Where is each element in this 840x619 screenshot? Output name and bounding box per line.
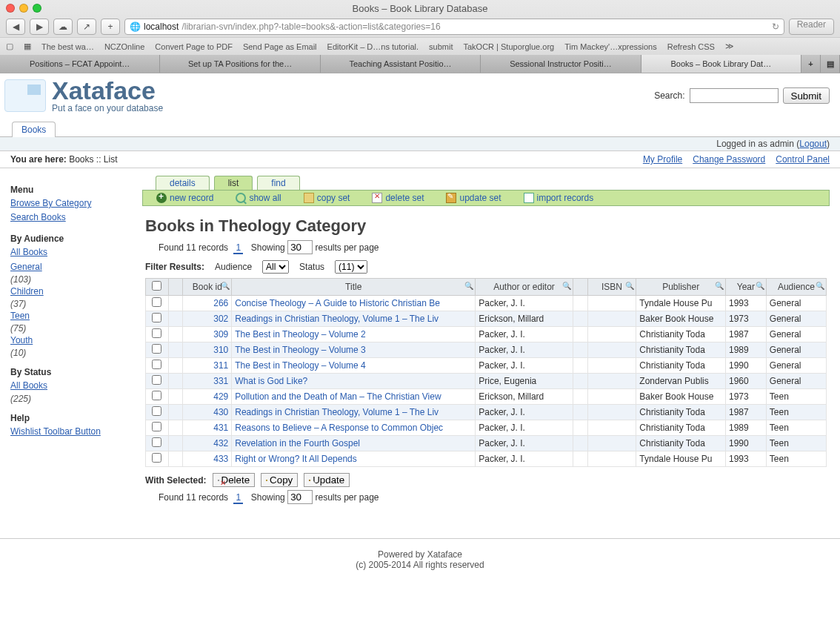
forward-button[interactable]: ▶ [30, 19, 49, 35]
sidebar-menu-link[interactable]: Browse By Category [10, 196, 129, 211]
cell-title[interactable]: The Best in Theology – Volume 3 [232, 342, 476, 358]
row-checkbox[interactable] [152, 313, 161, 322]
sidebar-menu-link[interactable]: Search Books [10, 211, 129, 225]
icloud-button[interactable]: ☁ [53, 19, 73, 35]
row-checkbox[interactable] [152, 344, 161, 354]
search-column-icon[interactable]: 🔍 [715, 282, 724, 290]
cell-id[interactable]: 310 [183, 342, 232, 358]
search-column-icon[interactable]: 🔍 [625, 282, 634, 290]
cell-id[interactable]: 429 [183, 389, 232, 405]
search-column-icon[interactable]: 🔍 [756, 282, 764, 290]
row-checkbox[interactable] [152, 375, 161, 385]
update-selected-button[interactable]: Update [304, 473, 350, 487]
cell-title[interactable]: The Best in Theology – Volume 2 [232, 327, 476, 342]
column-header[interactable] [573, 279, 587, 296]
search-column-icon[interactable]: 🔍 [816, 282, 824, 290]
sidebar-status-link[interactable]: All Books [10, 379, 129, 393]
column-header[interactable]: Year🔍 [725, 279, 766, 296]
sidebar-audience-link[interactable]: All Books [10, 245, 129, 259]
cell-id[interactable]: 431 [183, 420, 232, 436]
cell-title[interactable]: The Best in Theology – Volume 4 [232, 358, 476, 374]
column-header[interactable] [168, 279, 183, 296]
cell-id[interactable]: 311 [183, 358, 232, 374]
logout-link[interactable]: Logout [799, 139, 827, 149]
view-tab-details[interactable]: details [156, 176, 210, 190]
bookmark-item[interactable]: Tim Mackey'…xpressions [564, 42, 657, 51]
row-checkbox[interactable] [152, 297, 161, 307]
add-bookmark-button[interactable]: + [101, 19, 120, 35]
bookmark-item[interactable]: Refresh CSS [667, 42, 715, 51]
cell-id[interactable]: 432 [183, 436, 232, 451]
cell-title[interactable]: Pollution and the Death of Man – The Chr… [232, 389, 476, 405]
reader-button[interactable]: Reader [789, 19, 834, 35]
copy-selected-button[interactable]: Copy [261, 473, 298, 487]
action-delete-set[interactable]: delete set [364, 193, 431, 203]
row-checkbox[interactable] [152, 453, 161, 463]
search-column-icon[interactable]: 🔍 [221, 282, 230, 290]
search-column-icon[interactable]: 🔍 [464, 282, 473, 290]
select-all-checkbox[interactable] [152, 281, 161, 291]
bookmark-item[interactable]: Send Page as Email [243, 42, 317, 51]
status-filter[interactable]: (11) [335, 260, 367, 274]
action-copy-set[interactable]: copy set [296, 193, 358, 203]
search-input[interactable] [690, 88, 779, 103]
cell-title[interactable]: Readings in Christian Theology, Volume 1… [232, 405, 476, 420]
browser-tab[interactable]: Positions – FCAT Appoint… [0, 55, 160, 73]
bookmark-item[interactable]: NCZOnline [104, 42, 144, 51]
cell-id[interactable]: 309 [183, 327, 232, 342]
cell-id[interactable]: 433 [183, 451, 232, 467]
cell-title[interactable]: Right or Wrong? It All Depends [232, 451, 476, 467]
share-button[interactable]: ↗ [77, 19, 96, 35]
browser-tab[interactable]: Teaching Assistant Positio… [321, 55, 481, 73]
tab-overview-button[interactable]: ▤ [821, 55, 840, 73]
cell-id[interactable]: 266 [183, 296, 232, 311]
column-header[interactable]: Title🔍 [232, 279, 476, 296]
row-checkbox[interactable] [152, 437, 161, 447]
cell-id[interactable]: 302 [183, 311, 232, 327]
row-checkbox[interactable] [152, 328, 161, 338]
cell-title[interactable]: Readings in Christian Theology, Volume 1… [232, 311, 476, 327]
page-number[interactable]: 1 [233, 242, 243, 254]
breadcrumb-link[interactable]: Change Password [693, 154, 765, 165]
sidebar-audience-link[interactable]: General [10, 260, 129, 274]
sidebar-audience-link[interactable]: Youth [10, 334, 129, 348]
breadcrumb-link[interactable]: Control Panel [776, 154, 830, 165]
action-new-record[interactable]: new record [149, 193, 221, 203]
cell-title[interactable]: What is God Like? [232, 374, 476, 389]
action-import-records[interactable]: import records [516, 193, 601, 203]
browser-tab[interactable]: Set up TA Positions for the… [160, 55, 320, 73]
action-show-all[interactable]: show all [228, 193, 288, 203]
column-header[interactable]: Book id🔍 [183, 279, 232, 296]
row-checkbox[interactable] [152, 391, 161, 400]
bookmark-item[interactable]: EditorKit – D…ns tutorial. [327, 42, 419, 51]
new-tab-button[interactable]: + [801, 55, 821, 73]
cell-title[interactable]: Concise Theology – A Guide to Historic C… [232, 296, 476, 311]
per-page-input[interactable] [287, 240, 313, 254]
cell-id[interactable]: 430 [183, 405, 232, 420]
row-checkbox[interactable] [152, 422, 161, 431]
browser-tab[interactable]: Books – Book Library Dat… [641, 55, 801, 73]
bookmark-item[interactable]: ≫ [725, 42, 734, 51]
bookmark-item[interactable]: Convert Page to PDF [155, 42, 233, 51]
bookmark-item[interactable]: The best wa… [41, 42, 94, 51]
search-column-icon[interactable]: 🔍 [562, 282, 571, 290]
column-header[interactable]: Audience🔍 [766, 279, 826, 296]
view-tab-list[interactable]: list [214, 176, 253, 190]
page-number-bottom[interactable]: 1 [233, 492, 243, 504]
reload-icon[interactable]: ↻ [772, 21, 779, 32]
browser-tab[interactable]: Sessional Instructor Positi… [481, 55, 641, 73]
sidebar-audience-link[interactable]: Teen [10, 309, 129, 323]
audience-filter[interactable]: All [262, 260, 289, 274]
delete-selected-button[interactable]: Delete [213, 473, 256, 487]
breadcrumb-link[interactable]: My Profile [643, 154, 682, 165]
bookmark-item[interactable]: submit [429, 42, 453, 51]
search-submit-button[interactable]: Submit [783, 87, 830, 104]
row-checkbox[interactable] [152, 406, 161, 416]
view-tab-find[interactable]: find [257, 176, 299, 190]
per-page-input-bottom[interactable] [287, 490, 313, 504]
cell-title[interactable]: Revelation in the Fourth Gospel [232, 436, 476, 451]
cell-title[interactable]: Reasons to Believe – A Response to Commo… [232, 420, 476, 436]
sidebar-audience-link[interactable]: Children [10, 285, 129, 299]
back-button[interactable]: ◀ [6, 19, 25, 35]
column-header[interactable]: Publisher🔍 [636, 279, 726, 296]
